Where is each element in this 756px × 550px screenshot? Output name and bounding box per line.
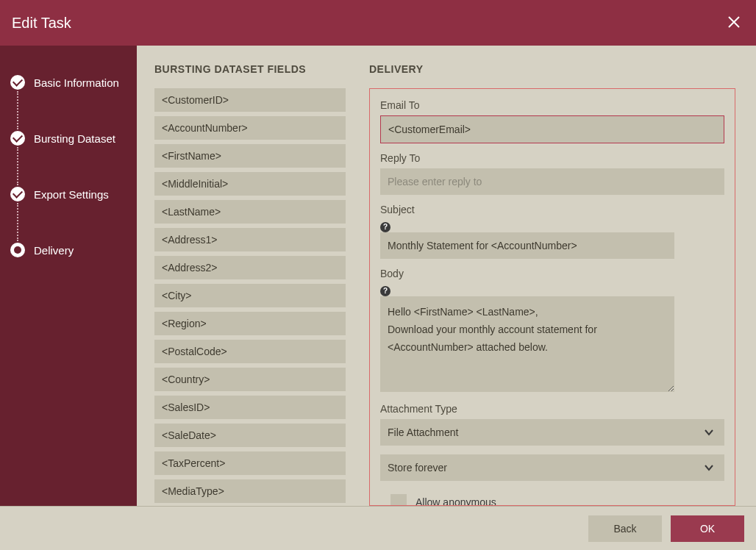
field-chip[interactable]: <Region> xyxy=(154,312,346,335)
step-connector xyxy=(0,154,137,178)
reply-to-label: Reply To xyxy=(380,152,724,164)
step-connector xyxy=(0,210,137,234)
attachment-type-row: Attachment Type File Attachment Store fo… xyxy=(380,403,724,506)
subject-input[interactable] xyxy=(380,232,674,259)
field-chip[interactable]: <City> xyxy=(154,284,346,307)
delivery-panel: DELIVERY Email To Reply To Subject ? Bod… xyxy=(359,46,756,506)
attachment-type-select[interactable]: File Attachment xyxy=(380,419,724,446)
delivery-form: Email To Reply To Subject ? Body ? Attac… xyxy=(369,88,735,506)
field-chip[interactable]: <MediaType> xyxy=(154,479,346,503)
field-chip[interactable]: <Address2> xyxy=(154,256,346,279)
step-bursting-dataset[interactable]: Bursting Dataset xyxy=(0,122,137,154)
steps-sidebar: Basic Information Bursting Dataset Expor… xyxy=(0,46,137,506)
field-chip[interactable]: <SalesID> xyxy=(154,396,346,419)
allow-anonymous-label: Allow anonymous xyxy=(416,496,496,506)
field-chip[interactable]: <PostalCode> xyxy=(154,340,346,363)
field-chip[interactable]: <FirstName> xyxy=(154,144,346,168)
main-area: Basic Information Bursting Dataset Expor… xyxy=(0,46,756,506)
ok-button[interactable]: OK xyxy=(671,515,744,542)
check-icon xyxy=(10,75,25,90)
field-chip[interactable]: <TaxPercent> xyxy=(154,451,346,475)
step-label: Bursting Dataset xyxy=(34,132,115,145)
attachment-type-value: File Attachment xyxy=(380,419,724,446)
check-icon xyxy=(10,187,25,201)
step-label: Export Settings xyxy=(34,188,109,201)
close-icon xyxy=(727,15,741,29)
allow-anonymous-checkbox[interactable] xyxy=(391,494,407,506)
body-label: Body xyxy=(380,268,724,279)
field-chip[interactable]: <LastName> xyxy=(154,200,346,224)
email-to-row: Email To xyxy=(380,99,724,143)
email-to-input[interactable] xyxy=(380,115,724,143)
current-step-icon xyxy=(10,243,25,257)
attachment-type-label: Attachment Type xyxy=(380,403,724,415)
field-chip[interactable]: <CustomerID> xyxy=(154,88,346,112)
step-label: Basic Information xyxy=(34,76,119,89)
field-chip[interactable]: <MiddleInitial> xyxy=(154,172,346,196)
storage-select[interactable]: Store forever xyxy=(380,454,724,481)
subject-row: Subject ? xyxy=(380,204,724,259)
bursting-header: BURSTING DATASET FIELDS xyxy=(154,63,349,75)
step-export-settings[interactable]: Export Settings xyxy=(0,178,137,210)
field-chip[interactable]: <SaleDate> xyxy=(154,424,346,447)
dialog-footer: Back OK xyxy=(0,506,756,550)
help-icon[interactable]: ? xyxy=(380,222,391,232)
storage-value: Store forever xyxy=(380,454,724,481)
back-button[interactable]: Back xyxy=(588,515,662,542)
allow-anonymous-row: Allow anonymous xyxy=(380,490,724,506)
field-chip[interactable]: <Address1> xyxy=(154,228,346,251)
step-label: Delivery xyxy=(34,244,74,257)
window-title: Edit Task xyxy=(12,15,71,32)
check-icon xyxy=(10,131,25,146)
field-chip[interactable]: <AccountNumber> xyxy=(154,116,346,140)
subject-label: Subject xyxy=(380,204,724,215)
bursting-fields-panel: BURSTING DATASET FIELDS <CustomerID> <Ac… xyxy=(137,46,359,506)
step-basic-information[interactable]: Basic Information xyxy=(0,66,137,99)
step-delivery[interactable]: Delivery xyxy=(0,234,137,266)
delivery-header: DELIVERY xyxy=(369,63,735,75)
email-to-label: Email To xyxy=(380,99,724,111)
bursting-field-list[interactable]: <CustomerID> <AccountNumber> <FirstName>… xyxy=(154,88,349,506)
help-icon[interactable]: ? xyxy=(380,286,391,296)
field-chip[interactable]: <Country> xyxy=(154,368,346,391)
body-textarea[interactable] xyxy=(380,296,674,392)
reply-to-row: Reply To xyxy=(380,152,724,195)
body-row: Body ? xyxy=(380,268,724,394)
reply-to-input[interactable] xyxy=(380,168,724,195)
close-button[interactable] xyxy=(727,15,741,29)
titlebar: Edit Task xyxy=(0,0,756,46)
step-connector xyxy=(0,99,137,122)
